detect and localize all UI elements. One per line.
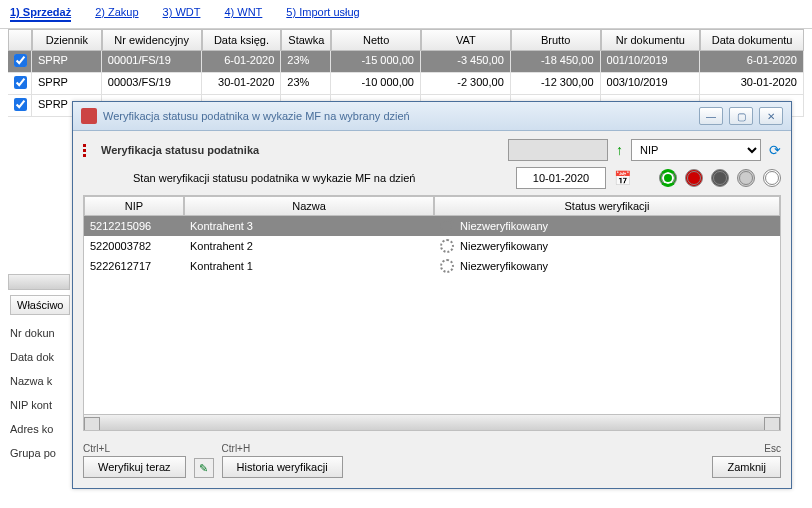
col-nrdok[interactable]: Nr dokumentu bbox=[601, 29, 701, 51]
date-label: Stan weryfikacji statusu podatnika w wyk… bbox=[133, 172, 415, 184]
table-row[interactable]: 5220003782 Kontrahent 2 Niezweryfikowany bbox=[84, 236, 780, 256]
minimize-button[interactable]: — bbox=[699, 107, 723, 125]
top-tabs: 1) Sprzedaż 2) Zakup 3) WDT 4) WNT 5) Im… bbox=[0, 0, 812, 29]
table-row[interactable]: 5212215096 Kontrahent 3 Niezweryfikowany bbox=[84, 216, 780, 236]
col-datadok[interactable]: Data dokumentu bbox=[700, 29, 804, 51]
verify-shortcut: Ctrl+L bbox=[83, 443, 186, 454]
col-dataks[interactable]: Data księg. bbox=[202, 29, 282, 51]
properties-tab[interactable]: Właściwo bbox=[10, 295, 70, 315]
close-button[interactable]: ✕ bbox=[759, 107, 783, 125]
tab-sprzedaz[interactable]: 1) Sprzedaż bbox=[10, 6, 71, 22]
col-status[interactable]: Status weryfikacji bbox=[434, 196, 780, 216]
close-dialog-button[interactable]: Zamknij bbox=[712, 456, 781, 478]
properties-panel: Właściwo Nr dokun Data dok Nazwa k NIP k… bbox=[10, 295, 70, 465]
refresh-icon[interactable]: ⟳ bbox=[769, 142, 781, 158]
prop-label: Data dok bbox=[10, 345, 70, 369]
col-check[interactable] bbox=[8, 29, 32, 51]
dialog-title: Weryfikacja statusu podatnika w wykazie … bbox=[103, 110, 693, 122]
sort-up-icon[interactable]: ↑ bbox=[616, 142, 623, 158]
prop-label: Nazwa k bbox=[10, 369, 70, 393]
row-checkbox[interactable] bbox=[14, 76, 27, 89]
tab-wnt[interactable]: 4) WNT bbox=[224, 6, 262, 22]
col-netto[interactable]: Netto bbox=[331, 29, 421, 51]
prop-label: NIP kont bbox=[10, 393, 70, 417]
spinner-icon bbox=[440, 259, 454, 273]
maximize-button[interactable]: ▢ bbox=[729, 107, 753, 125]
tab-wdt[interactable]: 3) WDT bbox=[163, 6, 201, 22]
table-row[interactable]: SPRP 00003/FS/19 30-01-2020 23% -10 000,… bbox=[8, 73, 804, 95]
col-vat[interactable]: VAT bbox=[421, 29, 511, 51]
status-filter-grey[interactable] bbox=[737, 169, 755, 187]
spinner-icon bbox=[440, 219, 454, 233]
tab-import[interactable]: 5) Import usług bbox=[286, 6, 359, 22]
col-brutto[interactable]: Brutto bbox=[511, 29, 601, 51]
col-stawka[interactable]: Stawka bbox=[281, 29, 331, 51]
tab-zakup[interactable]: 2) Zakup bbox=[95, 6, 138, 22]
titlebar: Weryfikacja statusu podatnika w wykazie … bbox=[73, 102, 791, 131]
filter-type-select[interactable]: NIP bbox=[631, 139, 761, 161]
col-nip[interactable]: NIP bbox=[84, 196, 184, 216]
verify-button[interactable]: Weryfikuj teraz bbox=[83, 456, 186, 478]
row-checkbox[interactable] bbox=[14, 98, 27, 111]
main-scrollbar[interactable] bbox=[8, 274, 70, 290]
verification-grid: NIP Nazwa Status weryfikacji 5212215096 … bbox=[83, 195, 781, 431]
table-row[interactable]: 5222612717 Kontrahent 1 Niezweryfikowany bbox=[84, 256, 780, 276]
status-filter-dark[interactable] bbox=[711, 169, 729, 187]
date-input[interactable] bbox=[516, 167, 606, 189]
col-nrew[interactable]: Nr ewidencyjny bbox=[102, 29, 202, 51]
row-checkbox[interactable] bbox=[14, 54, 27, 67]
verification-dialog: Weryfikacja statusu podatnika w wykazie … bbox=[72, 101, 792, 489]
calendar-icon[interactable]: 📅 bbox=[614, 170, 631, 186]
col-nazwa[interactable]: Nazwa bbox=[184, 196, 434, 216]
close-shortcut: Esc bbox=[712, 443, 781, 454]
status-filter-white[interactable] bbox=[763, 169, 781, 187]
table-row[interactable]: SPRP 00001/FS/19 6-01-2020 23% -15 000,0… bbox=[8, 51, 804, 73]
prop-label: Grupa po bbox=[10, 441, 70, 465]
dialog-heading: Weryfikacja statusu podatnika bbox=[101, 144, 500, 156]
history-shortcut: Ctrl+H bbox=[222, 443, 343, 454]
history-button[interactable]: Historia weryfikacji bbox=[222, 456, 343, 478]
handle-icon bbox=[83, 144, 93, 157]
inner-scrollbar[interactable] bbox=[84, 414, 780, 430]
status-filter-red[interactable] bbox=[685, 169, 703, 187]
col-dziennik[interactable]: Dziennik bbox=[32, 29, 102, 51]
edit-icon[interactable]: ✎ bbox=[194, 458, 214, 478]
spinner-icon bbox=[440, 239, 454, 253]
filter-value-input[interactable] bbox=[508, 139, 608, 161]
status-filter-green[interactable] bbox=[659, 169, 677, 187]
prop-label: Nr dokun bbox=[10, 321, 70, 345]
prop-label: Adres ko bbox=[10, 417, 70, 441]
app-icon bbox=[81, 108, 97, 124]
